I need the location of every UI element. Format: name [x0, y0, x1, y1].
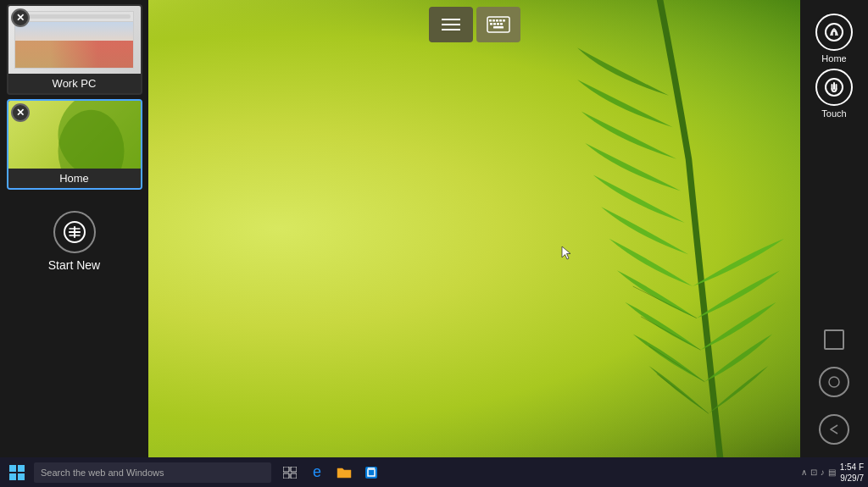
- leaf-decoration: [442, 0, 800, 457]
- close-home-button[interactable]: ✕: [11, 103, 30, 122]
- clock-time: 1:54 F: [840, 462, 864, 473]
- right-controls-bottom: [819, 329, 849, 445]
- network-icon: ⊡: [810, 468, 817, 477]
- sound-icon: ♪: [821, 468, 825, 477]
- home-control-label: Home: [821, 53, 846, 64]
- battery-icon: ▤: [828, 468, 836, 477]
- windows-taskbar: Search the web and Windows e: [0, 457, 868, 487]
- touch-icon: [824, 77, 844, 97]
- session-sidebar: ✕ Work PC ✕: [0, 0, 148, 457]
- touch-control-button[interactable]: Touch: [809, 68, 860, 119]
- remote-screen[interactable]: [148, 0, 800, 457]
- svg-rect-18: [490, 23, 492, 25]
- start-new-label: Start New: [48, 258, 100, 272]
- hamburger-icon: [442, 19, 460, 30]
- windows-logo-icon: [9, 465, 25, 480]
- tray-up-arrow[interactable]: ∧: [801, 468, 807, 477]
- system-tray-icons: ∧ ⊡ ♪ ▤: [801, 468, 836, 477]
- svg-rect-29: [291, 473, 297, 479]
- home-label: Home: [8, 169, 141, 188]
- top-toolbar: [429, 7, 520, 42]
- start-new-icon: [53, 211, 96, 253]
- store-icon[interactable]: [361, 462, 381, 483]
- work-pc-label: Work PC: [8, 74, 141, 93]
- task-view-button[interactable]: [280, 462, 300, 483]
- taskbar-tray: ∧ ⊡ ♪ ▤ 1:54 F 9/29/7: [801, 462, 864, 484]
- circle-icon: [828, 376, 840, 388]
- home-icon: [824, 22, 844, 42]
- svg-rect-20: [497, 23, 499, 25]
- svg-rect-13: [489, 19, 492, 22]
- svg-point-23: [826, 24, 843, 41]
- svg-rect-17: [503, 19, 505, 22]
- system-clock[interactable]: 1:54 F 9/29/7: [840, 462, 864, 484]
- session-card-home[interactable]: ✕ Home: [7, 99, 142, 190]
- taskbar-search-box[interactable]: Search the web and Windows: [34, 462, 271, 483]
- svg-rect-26: [283, 467, 289, 472]
- close-work-pc-button[interactable]: ✕: [11, 8, 30, 27]
- right-control-panel: Home Touch: [800, 0, 868, 457]
- keyboard-button[interactable]: [476, 7, 520, 42]
- clock-date: 9/29/7: [840, 473, 864, 484]
- keyboard-icon: [487, 16, 510, 33]
- right-controls-top: Home Touch: [809, 13, 860, 119]
- taskbar-running-apps: e: [280, 462, 381, 483]
- svg-line-9: [649, 346, 705, 382]
- android-home-button[interactable]: [819, 367, 849, 397]
- svg-rect-27: [291, 467, 297, 472]
- svg-point-25: [829, 377, 839, 387]
- svg-rect-15: [496, 19, 498, 22]
- session-card-work-pc[interactable]: ✕ Work PC: [7, 4, 142, 95]
- back-icon: [829, 423, 839, 435]
- edge-browser-icon[interactable]: e: [307, 462, 327, 483]
- svg-rect-22: [493, 26, 504, 29]
- svg-rect-28: [283, 473, 289, 479]
- touch-icon-circle: [815, 69, 853, 106]
- back-button[interactable]: [819, 414, 849, 445]
- home-icon-circle: [815, 14, 853, 51]
- file-explorer-icon[interactable]: [334, 462, 354, 483]
- svg-rect-21: [500, 23, 503, 25]
- svg-rect-16: [499, 19, 502, 22]
- start-menu-button[interactable]: [4, 460, 30, 485]
- start-new-button[interactable]: Start New: [40, 202, 108, 280]
- touch-control-label: Touch: [821, 108, 846, 119]
- home-control-button[interactable]: Home: [809, 13, 860, 64]
- svg-rect-14: [492, 19, 495, 22]
- recent-apps-button[interactable]: [824, 329, 844, 350]
- taskbar-search-text: Search the web and Windows: [41, 468, 164, 478]
- menu-button[interactable]: [429, 7, 473, 42]
- svg-rect-19: [493, 23, 496, 25]
